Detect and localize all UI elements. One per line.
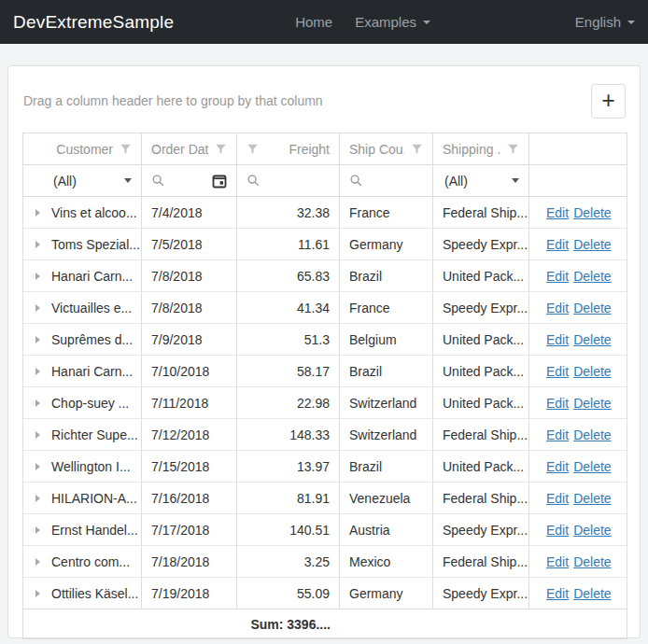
filter-funnel-icon[interactable] (247, 143, 259, 155)
customer-cell: Wellington I... (51, 459, 131, 474)
delete-link[interactable]: Delete (573, 586, 611, 601)
expand-row-icon[interactable] (23, 431, 51, 439)
column-header-customer[interactable]: Customer (23, 133, 142, 165)
expand-row-icon[interactable] (23, 558, 51, 566)
freight-cell: 140.51 (237, 514, 340, 546)
shipping-cell: Federal Ship... (433, 419, 529, 451)
add-row-button[interactable]: + (591, 84, 626, 119)
edit-link[interactable]: Edit (546, 269, 569, 284)
shipping-cell: Federal Ship... (433, 197, 529, 229)
delete-link[interactable]: Delete (573, 396, 611, 411)
freight-filter-input[interactable] (237, 165, 340, 197)
nav-item-examples[interactable]: Examples (355, 14, 430, 30)
nav-item-home[interactable]: Home (295, 14, 332, 30)
data-grid: Customer Order Date Freight Ship Cou... (22, 133, 627, 639)
search-icon (151, 174, 165, 188)
table-row: Chop-suey ... 7/11/2018 22.98 Switzerlan… (23, 387, 627, 419)
filter-funnel-icon[interactable] (120, 143, 132, 155)
filter-funnel-icon[interactable] (507, 143, 519, 155)
edit-link[interactable]: Edit (546, 586, 569, 601)
order-date-cell: 7/8/2018 (142, 292, 237, 324)
customer-cell: Toms Spezial... (51, 237, 140, 252)
customer-cell: Ernst Handel... (51, 523, 138, 538)
filter-funnel-icon[interactable] (411, 143, 423, 155)
freight-cell: 81.91 (237, 483, 340, 514)
summary-row: Sum: 3396.... (23, 609, 627, 638)
delete-link[interactable]: Delete (573, 269, 611, 284)
table-row: Richter Supe... 7/12/2018 148.33 Switzer… (23, 419, 627, 451)
language-selector[interactable]: English (575, 14, 635, 30)
delete-link[interactable]: Delete (573, 459, 611, 474)
expand-row-icon[interactable] (23, 590, 51, 597)
header-label: Shipping ... (443, 142, 500, 157)
freight-cell: 51.3 (237, 324, 340, 356)
expand-row-icon[interactable] (23, 273, 51, 280)
edit-link[interactable]: Edit (546, 301, 569, 315)
expand-row-icon[interactable] (23, 495, 51, 502)
column-header-freight[interactable]: Freight (237, 133, 340, 165)
freight-cell: 148.33 (237, 419, 340, 451)
filter-funnel-icon[interactable] (215, 143, 227, 155)
order-date-cell: 7/9/2018 (142, 324, 237, 356)
delete-link[interactable]: Delete (573, 554, 611, 569)
shipping-cell: Federal Ship... (433, 546, 529, 578)
delete-link[interactable]: Delete (573, 427, 611, 442)
column-header-ship-country[interactable]: Ship Cou... (340, 133, 433, 165)
edit-link[interactable]: Edit (546, 554, 569, 569)
expand-row-icon[interactable] (23, 336, 51, 343)
column-header-shipping[interactable]: Shipping ... (433, 133, 529, 165)
order-date-filter-input[interactable] (142, 165, 237, 197)
table-row: Ottilies Käsel... 7/19/2018 55.09 German… (23, 578, 627, 609)
edit-link[interactable]: Edit (546, 427, 569, 442)
expand-row-icon[interactable] (23, 399, 51, 407)
expand-row-icon[interactable] (23, 463, 51, 470)
app-brand[interactable]: DevExtremeSample (13, 12, 174, 33)
dropdown-caret-icon (512, 178, 519, 183)
delete-link[interactable]: Delete (573, 301, 611, 315)
calendar-icon[interactable] (212, 174, 227, 189)
delete-link[interactable]: Delete (573, 491, 611, 506)
table-row: Wellington I... 7/15/2018 13.97 Brazil U… (23, 451, 627, 483)
expand-row-icon[interactable] (23, 209, 51, 217)
customer-cell: Hanari Carn... (51, 364, 133, 379)
shipping-cell: Speedy Expr... (433, 292, 529, 324)
ship-country-filter-input[interactable] (340, 165, 433, 197)
edit-link[interactable]: Edit (546, 237, 569, 252)
shipping-cell: Speedy Expr... (433, 578, 529, 609)
customer-filter-select[interactable]: (All) (23, 165, 142, 197)
column-header-order-date[interactable]: Order Date (142, 133, 237, 165)
expand-row-icon[interactable] (23, 304, 51, 312)
top-navbar: DevExtremeSample Home Examples English (0, 0, 648, 44)
shipping-filter-select[interactable]: (All) (433, 165, 529, 197)
shipping-cell: United Pack... (433, 356, 529, 387)
customer-cell: Victuailles e... (51, 301, 132, 315)
group-panel: Drag a column header here to group by th… (22, 93, 323, 108)
freight-cell: 55.09 (237, 578, 340, 609)
table-row: Toms Spezial... 7/5/2018 11.61 Germany S… (23, 229, 627, 260)
shipping-cell: United Pack... (433, 451, 529, 483)
order-date-cell: 7/17/2018 (142, 514, 237, 546)
order-date-cell: 7/10/2018 (142, 356, 237, 387)
edit-link[interactable]: Edit (546, 491, 569, 506)
edit-link[interactable]: Edit (546, 523, 569, 538)
edit-link[interactable]: Edit (546, 459, 569, 474)
ship-country-cell: Brazil (340, 451, 433, 483)
edit-link[interactable]: Edit (546, 364, 569, 379)
edit-link[interactable]: Edit (546, 205, 569, 220)
edit-link[interactable]: Edit (546, 332, 569, 347)
delete-link[interactable]: Delete (573, 205, 611, 220)
ship-country-cell: France (340, 292, 433, 324)
edit-link[interactable]: Edit (546, 396, 569, 411)
customer-cell: Suprêmes d... (51, 332, 133, 347)
delete-link[interactable]: Delete (573, 523, 611, 538)
header-label: Ship Cou... (349, 142, 404, 157)
expand-row-icon[interactable] (23, 241, 51, 248)
order-date-cell: 7/11/2018 (142, 387, 237, 419)
delete-link[interactable]: Delete (573, 332, 611, 347)
expand-row-icon[interactable] (23, 368, 51, 375)
order-date-cell: 7/12/2018 (142, 419, 237, 451)
delete-link[interactable]: Delete (573, 237, 611, 252)
freight-sum-total: Sum: 3396.... (237, 609, 340, 638)
expand-row-icon[interactable] (23, 526, 51, 534)
delete-link[interactable]: Delete (573, 364, 611, 379)
